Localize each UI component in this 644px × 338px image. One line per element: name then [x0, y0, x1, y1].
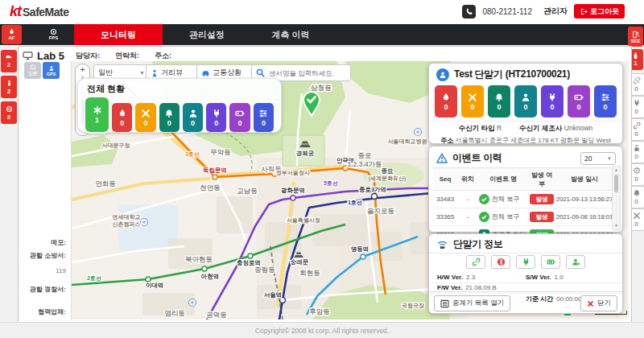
valve-icon: [6, 105, 13, 113]
svg-text:공덕동: 공덕동: [206, 311, 227, 319]
search-input[interactable]: [267, 68, 338, 78]
left-alarm-badge-3[interactable]: 2: [1, 101, 17, 124]
bell-icon: [633, 189, 641, 197]
site-icon: [23, 52, 33, 60]
bell-icon: [494, 93, 504, 102]
see-exit-badge[interactable]: SEE: [628, 27, 643, 47]
search-icon: [256, 68, 265, 77]
comm-settings-icon: [258, 109, 268, 118]
fire-icon: [441, 93, 451, 102]
logout-button[interactable]: 로그아웃: [574, 4, 625, 19]
kt-safemate-logo: kt SafeMate: [10, 3, 68, 20]
battery-icon: [235, 109, 245, 118]
status-tile-receiver[interactable]: 0: [183, 103, 203, 132]
safemate-logo-text: SafeMate: [23, 6, 68, 19]
device-tile-battery[interactable]: 0: [568, 85, 590, 117]
col-datetime[interactable]: 발생 일시: [555, 168, 613, 191]
status-tile-fire[interactable]: 0: [112, 103, 132, 132]
status-tile-normal[interactable]: 1: [85, 97, 109, 132]
car-icon: [201, 69, 210, 76]
user-role: 관리자: [543, 6, 568, 17]
overall-status-panel: 전체 현황 1 0 0 0: [77, 78, 282, 133]
svg-text:종로3가역: 종로3가역: [359, 186, 386, 193]
device-tile-comm[interactable]: 0: [594, 85, 617, 117]
event-scrollbar[interactable]: ▲ ▼: [612, 166, 621, 230]
event-history-title: 이벤트 이력: [452, 151, 502, 165]
svg-text:숭례문: 숭례문: [291, 258, 309, 266]
tab-measure-history[interactable]: 계측 이력: [254, 24, 328, 45]
status-tile-comm[interactable]: 0: [254, 103, 274, 132]
camera-icon: [50, 28, 57, 35]
col-occurred[interactable]: 발생 여부: [528, 168, 555, 191]
status-badge: 발생: [530, 194, 554, 204]
plug-icon: [212, 109, 221, 118]
open-repeater-list-button[interactable]: 중계기 목록 열기: [434, 295, 510, 311]
svg-text:명동역: 명동역: [351, 245, 369, 253]
svg-text:회현동: 회현동: [299, 269, 320, 277]
zoom-in-button[interactable]: +: [76, 64, 89, 75]
svg-text:염리동: 염리동: [164, 309, 185, 317]
device-tile-main-bell[interactable]: 0: [488, 85, 510, 117]
hydrant-icon: [6, 80, 13, 87]
user-status-icon: [566, 255, 585, 269]
nav-item-fps[interactable]: FPS: [43, 25, 64, 44]
svg-text:서울역: 서울역: [264, 291, 283, 299]
scroll-thumb[interactable]: [614, 175, 618, 192]
warning-triangle-icon: [436, 153, 448, 163]
device-card-title: Test 단말기 (HT210700021): [454, 68, 570, 81]
plug-icon: [633, 99, 641, 107]
tab-settings[interactable]: 관리설정: [171, 24, 243, 45]
col-location[interactable]: 위치: [457, 168, 478, 191]
svg-text:1.2.3.4가동: 1.2.3.4가동: [348, 160, 382, 168]
overall-status-title: 전체 현황: [87, 83, 281, 95]
table-row[interactable]: 33365- 전체 복구 발생 2021-09-08 16:18:01: [433, 208, 613, 226]
kt-logo-text: kt: [10, 3, 21, 20]
svg-text:신촌캠퍼스: 신촌캠퍼스: [113, 221, 141, 228]
hw-version-field: H/W Ver.2.3: [437, 274, 526, 281]
col-seq[interactable]: Seq: [433, 168, 457, 191]
gps-view-button[interactable]: GPS: [43, 62, 60, 79]
left-alarm-badge-1[interactable]: 2: [1, 50, 17, 72]
svg-text:3호선: 3호선: [185, 151, 200, 158]
device-tile-power[interactable]: 0: [541, 85, 564, 117]
status-badge: 발생: [530, 212, 554, 222]
device-card: Test 단말기 (HT210700021) 0 0 0 0 0: [428, 63, 623, 144]
page-size-select[interactable]: 20▼: [580, 152, 616, 165]
svg-text:서울특별시청: 서울특별시청: [287, 217, 320, 224]
status-tile-power[interactable]: 0: [206, 103, 226, 132]
device-info-title: 단말기 정보: [453, 237, 503, 251]
receiver-person-icon: [521, 93, 530, 102]
status-tile-main-bell[interactable]: 0: [159, 103, 180, 132]
col-event-name[interactable]: 이벤트 명: [478, 168, 528, 191]
status-tile-battery[interactable]: 0: [229, 103, 250, 132]
selected-device-marker[interactable]: [300, 90, 323, 117]
left-alarm-badge-2[interactable]: 2: [1, 76, 17, 98]
main-nav: AF FPS 모니터링 관리설정 계측 이력: [0, 24, 644, 45]
status-tile-malfunction[interactable]: 0: [135, 103, 155, 132]
svg-text:연세대학교: 연세대학교: [113, 214, 141, 221]
svg-text:서대문구청: 서대문구청: [102, 142, 130, 149]
sprinkler-icon: [93, 105, 102, 115]
nav-item-af[interactable]: AF: [2, 25, 22, 44]
extinguisher-icon: [632, 52, 639, 60]
scroll-up-arrow[interactable]: ▲: [613, 167, 620, 174]
svg-text:서울대학교병원: 서울대학교병원: [388, 138, 427, 145]
device-tile-malfunction[interactable]: 0: [461, 85, 484, 117]
floorplan-view-button[interactable]: 도면: [24, 62, 41, 79]
svg-text:이대역: 이대역: [146, 282, 164, 289]
list-icon: [440, 299, 449, 308]
svg-text:5호선: 5호선: [324, 180, 338, 187]
device-tile-fire[interactable]: 0: [435, 85, 457, 117]
svg-text:교남동: 교남동: [237, 187, 258, 195]
device-tile-receiver[interactable]: 0: [514, 85, 537, 117]
svg-text:북아현동: 북아현동: [185, 255, 213, 263]
emergency-exit-icon: [632, 31, 640, 39]
sw-version-field: S/W Ver.1.0: [526, 274, 614, 281]
scroll-down-arrow[interactable]: ▼: [613, 222, 620, 229]
table-row[interactable]: 33483- 전체 복구 발생 2021-09-13 13:56:27: [433, 191, 613, 208]
battery-icon: [574, 93, 584, 102]
close-button[interactable]: 닫기: [580, 295, 617, 311]
tab-monitoring[interactable]: 모니터링: [74, 24, 163, 45]
receiver-person-icon: [188, 109, 198, 118]
top-header: kt SafeMate 080-2121-112 관리자 로그아웃: [0, 0, 644, 24]
